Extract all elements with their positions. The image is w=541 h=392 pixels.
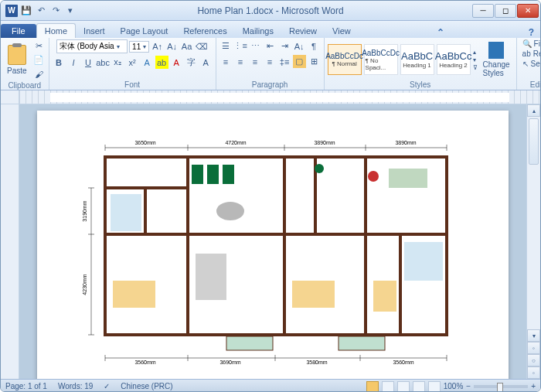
- zoom-in-icon[interactable]: +: [531, 382, 536, 390]
- shading-icon[interactable]: ▢: [293, 55, 306, 68]
- svg-point-28: [368, 171, 379, 182]
- document-area[interactable]: 3650mm 4720mm 3890mm 3890mm: [19, 104, 526, 379]
- bullets-icon[interactable]: ☰: [219, 39, 233, 53]
- decrease-indent-icon[interactable]: ⇤: [264, 39, 277, 53]
- copy-icon[interactable]: 📄: [32, 53, 46, 66]
- increase-indent-icon[interactable]: ⇥: [278, 39, 291, 53]
- show-marks-icon[interactable]: ¶: [308, 39, 321, 53]
- align-left-icon[interactable]: ≡: [219, 55, 233, 68]
- close-button[interactable]: ✕: [517, 4, 539, 18]
- clipboard-group: Paste ✂ 📄 🖌 Clipboard: [1, 38, 49, 90]
- subscript-button[interactable]: x₂: [111, 56, 124, 69]
- file-tab[interactable]: File: [1, 24, 36, 38]
- paste-button[interactable]: Paste: [4, 43, 30, 77]
- select-icon: ↖: [522, 60, 529, 68]
- zoom-level[interactable]: 100%: [444, 382, 464, 390]
- web-layout-view[interactable]: [397, 381, 410, 392]
- find-button[interactable]: 🔍Find▾: [520, 39, 541, 48]
- tab-page-layout[interactable]: Page Layout: [113, 24, 176, 38]
- cut-icon[interactable]: ✂: [32, 39, 46, 53]
- font-family-dropdown[interactable]: 宋体 (Body Asia: [56, 39, 128, 53]
- style-heading2[interactable]: AaBbCc Heading 2: [437, 44, 471, 75]
- styles-group: AaBbCcDc ¶ Normal AaBbCcDc ¶ No Spaci...…: [325, 38, 517, 90]
- paragraph-group: ☰ ⋮≡ ⋯ ⇤ ⇥ A↓ ¶ ≡ ≡ ≡ ≡ ‡≡ ▢ ⊞ Paragraph: [216, 38, 325, 90]
- save-icon[interactable]: 💾: [20, 5, 32, 17]
- tab-mailings[interactable]: Mailings: [235, 24, 281, 38]
- multilevel-icon[interactable]: ⋯: [249, 39, 262, 53]
- align-right-icon[interactable]: ≡: [249, 55, 262, 68]
- grow-font-icon[interactable]: A↑: [151, 40, 164, 53]
- borders-icon[interactable]: ⊞: [308, 55, 321, 68]
- qat-dropdown-icon[interactable]: ▾: [64, 5, 77, 17]
- svg-text:3890mm: 3890mm: [314, 140, 335, 145]
- select-button[interactable]: ↖Select▾: [520, 60, 541, 68]
- svg-point-27: [315, 164, 324, 173]
- page-status[interactable]: Page: 1 of 1: [5, 382, 47, 390]
- vertical-scrollbar[interactable]: ▴ ▾ ◦ ○ ◦: [526, 104, 540, 379]
- styles-scroll-down[interactable]: ▾: [473, 56, 478, 63]
- style-heading1[interactable]: AaBbC Heading 1: [400, 44, 434, 75]
- scroll-up-icon[interactable]: ▴: [527, 104, 540, 117]
- phonetic-icon[interactable]: 字: [185, 56, 198, 69]
- justify-icon[interactable]: ≡: [264, 55, 277, 68]
- minimize-button[interactable]: ─: [472, 4, 494, 18]
- horizontal-ruler[interactable]: [1, 90, 540, 104]
- minimize-ribbon-icon[interactable]: ⌃: [430, 27, 451, 38]
- char-border-icon[interactable]: A: [199, 56, 213, 69]
- language-status[interactable]: Chinese (PRC): [121, 382, 172, 390]
- italic-button[interactable]: I: [67, 56, 80, 69]
- text-effects-icon[interactable]: A: [141, 56, 154, 69]
- svg-text:3690mm: 3690mm: [219, 360, 240, 365]
- redo-icon[interactable]: ↷: [49, 5, 62, 17]
- change-case-icon[interactable]: Aa: [180, 40, 193, 53]
- replace-button[interactable]: abReplace: [520, 49, 541, 58]
- svg-rect-30: [196, 254, 226, 300]
- underline-button[interactable]: U: [82, 56, 95, 69]
- prev-page-icon[interactable]: ◦: [527, 342, 540, 354]
- style-normal[interactable]: AaBbCcDc ¶ Normal: [328, 44, 362, 75]
- scroll-thumb[interactable]: [529, 118, 539, 165]
- next-page-icon[interactable]: ◦: [527, 366, 540, 379]
- font-size-dropdown[interactable]: 11: [129, 41, 149, 53]
- superscript-button[interactable]: x²: [126, 56, 139, 69]
- zoom-slider[interactable]: [474, 385, 528, 388]
- clear-format-icon[interactable]: ⌫: [195, 40, 208, 53]
- word-count[interactable]: Words: 19: [58, 382, 93, 390]
- format-painter-icon[interactable]: 🖌: [32, 67, 46, 80]
- zoom-out-icon[interactable]: −: [466, 382, 471, 390]
- maximize-button[interactable]: ◻: [495, 4, 516, 18]
- highlight-icon[interactable]: ab: [155, 56, 168, 69]
- outline-view[interactable]: [413, 381, 425, 392]
- line-spacing-icon[interactable]: ‡≡: [278, 55, 291, 68]
- tab-references[interactable]: References: [175, 24, 234, 38]
- svg-text:4720mm: 4720mm: [225, 140, 246, 145]
- style-no-spacing[interactable]: AaBbCcDc ¶ No Spaci...: [364, 44, 398, 75]
- print-layout-view[interactable]: [366, 381, 379, 392]
- align-center-icon[interactable]: ≡: [234, 55, 247, 68]
- strikethrough-button[interactable]: abc: [97, 56, 110, 69]
- font-color-icon[interactable]: A: [170, 56, 183, 69]
- proofing-icon[interactable]: ✓: [104, 382, 110, 390]
- bold-button[interactable]: B: [53, 56, 66, 69]
- full-screen-view[interactable]: [382, 381, 394, 392]
- draft-view[interactable]: [428, 381, 441, 392]
- vertical-ruler[interactable]: [1, 104, 19, 379]
- sort-icon[interactable]: A↓: [293, 39, 306, 53]
- svg-rect-35: [226, 336, 273, 350]
- styles-more[interactable]: ⊽: [473, 64, 478, 71]
- shrink-font-icon[interactable]: A↓: [165, 40, 179, 53]
- titlebar: W 💾 ↶ ↷ ▾ Home Plan 1.docx - Microsoft W…: [1, 1, 540, 21]
- tab-home[interactable]: Home: [36, 23, 76, 38]
- styles-scroll-up[interactable]: ▴: [473, 49, 478, 56]
- numbering-icon[interactable]: ⋮≡: [234, 39, 247, 53]
- tab-view[interactable]: View: [325, 24, 359, 38]
- tab-review[interactable]: Review: [281, 24, 325, 38]
- help-icon[interactable]: ?: [522, 27, 540, 38]
- tab-insert[interactable]: Insert: [76, 24, 113, 38]
- svg-rect-23: [404, 242, 443, 281]
- scroll-down-icon[interactable]: ▾: [527, 329, 540, 342]
- undo-icon[interactable]: ↶: [35, 5, 47, 17]
- browse-object-icon[interactable]: ○: [527, 354, 540, 366]
- svg-rect-31: [292, 281, 335, 308]
- change-styles-button[interactable]: Change Styles: [480, 40, 513, 79]
